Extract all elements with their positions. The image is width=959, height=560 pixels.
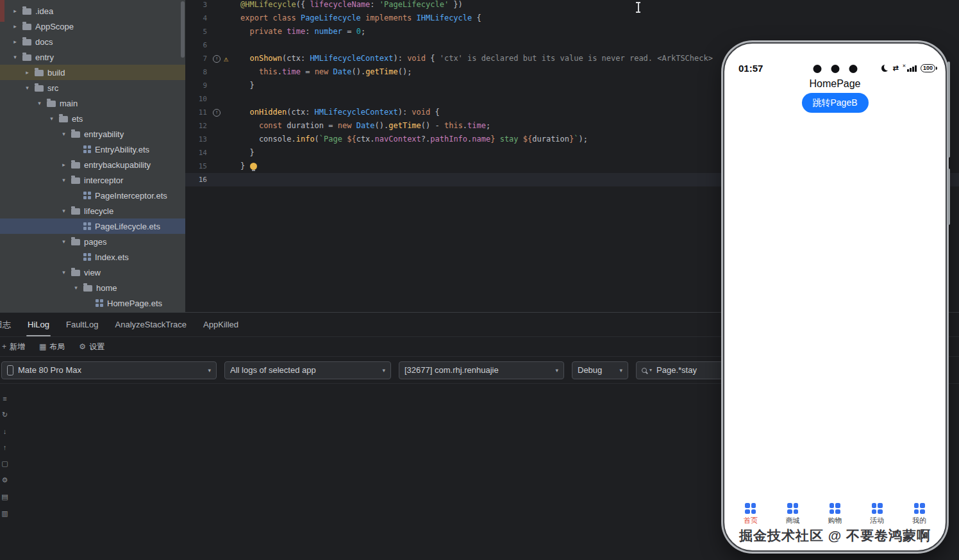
phone-tab-label: 活动 xyxy=(870,516,884,525)
override-icon[interactable]: ↑ xyxy=(213,55,221,63)
log-scope-select[interactable]: All logs of selected app▾ xyxy=(224,361,391,379)
log-filter-search[interactable]: ▾Page.*stay xyxy=(636,361,732,379)
tree-item-ets[interactable]: ▾ets xyxy=(0,111,185,126)
camera-punch-holes xyxy=(813,65,857,73)
process-select[interactable]: [32677] com.rhj.renhuajie▾ xyxy=(399,361,564,379)
tree-item-home[interactable]: ▾home xyxy=(0,280,185,295)
chevron-right-icon[interactable]: ▸ xyxy=(60,161,67,168)
tree-item-pagelifecycle-ets[interactable]: PageLifecycle.ets xyxy=(0,218,185,234)
tree-item-src[interactable]: ▾src xyxy=(0,80,185,95)
chevron-down-icon[interactable]: ▾ xyxy=(36,100,43,106)
tree-item-docs[interactable]: ▸docs xyxy=(0,34,185,49)
chevron-down-icon[interactable]: ▾ xyxy=(60,177,67,183)
tree-item-label: build xyxy=(47,68,65,78)
chevron-down-icon[interactable]: ▾ xyxy=(72,284,79,291)
tree-item-build[interactable]: ▸build xyxy=(0,65,185,80)
layout-icon[interactable]: ▥ xyxy=(1,509,8,518)
line-number[interactable]: 11 xyxy=(185,106,207,119)
tree-item--idea[interactable]: ▸.idea xyxy=(0,3,185,19)
chevron-right-icon[interactable]: ▸ xyxy=(12,23,19,29)
panel-tab-0[interactable]: 日志 xyxy=(0,319,11,331)
gutter-icons xyxy=(207,119,240,133)
panel-tab-1[interactable]: HiLog xyxy=(28,320,49,329)
line-number[interactable]: 13 xyxy=(185,133,207,146)
chevron-down-icon[interactable]: ▾ xyxy=(60,238,67,245)
tree-item-pageinterceptor-ets[interactable]: PageInterceptor.ets xyxy=(0,188,185,203)
tree-item-main[interactable]: ▾main xyxy=(0,95,185,111)
phone-tab-3[interactable]: 活动 xyxy=(870,503,884,525)
scroll-down-icon[interactable]: ↓ xyxy=(3,427,7,435)
panel-tab-4[interactable]: AppKilled xyxy=(203,320,238,329)
tool-button-1[interactable]: ▦布局 xyxy=(39,342,65,352)
code-text: } xyxy=(240,160,257,173)
tree-item-entryability-ets[interactable]: EntryAbility.ets xyxy=(0,142,185,157)
chevron-right-icon[interactable]: ▸ xyxy=(12,38,19,45)
tree-item-entrybackupability[interactable]: ▸entrybackupability xyxy=(0,157,185,172)
phone-tab-2[interactable]: 购物 xyxy=(828,503,842,525)
tree-item-entry[interactable]: ▾entry xyxy=(0,49,185,65)
line-number[interactable]: 8 xyxy=(185,65,207,79)
grid-icon xyxy=(872,503,883,514)
chevron-down-icon[interactable]: ▾ xyxy=(60,269,67,276)
code-text: } xyxy=(240,79,254,92)
tree-item-appscope[interactable]: ▸AppScope xyxy=(0,19,185,34)
override-icon[interactable]: ↑ xyxy=(213,109,221,117)
tool-button-2[interactable]: ⚙设置 xyxy=(79,342,104,352)
code-line[interactable]: 5 private time: number = 0; xyxy=(185,25,959,38)
tree-item-entryability[interactable]: ▾entryability xyxy=(0,126,185,142)
line-number[interactable]: 4 xyxy=(185,12,207,25)
phone-tab-4[interactable]: 我的 xyxy=(912,503,926,525)
code-line[interactable]: 4export class PageLifecycle implements I… xyxy=(185,12,959,25)
watermark-text: 掘金技术社区 @ 不要卷鸿蒙啊 xyxy=(724,527,946,545)
dropdown-value: Page.*stay xyxy=(656,365,726,375)
phone-tab-1[interactable]: 商城 xyxy=(786,503,800,525)
settings-icon[interactable]: ⚙ xyxy=(2,476,8,484)
panel-tab-3[interactable]: AnalyzeStackTrace xyxy=(115,320,187,329)
chevron-down-icon[interactable]: ▾ xyxy=(60,131,67,137)
gear-icon: ⚙ xyxy=(79,342,86,351)
line-number[interactable]: 12 xyxy=(185,119,207,133)
log-level-select[interactable]: Debug▾ xyxy=(572,361,628,379)
tree-item-interceptor[interactable]: ▾interceptor xyxy=(0,172,185,188)
tree-item-pages[interactable]: ▾pages xyxy=(0,234,185,249)
clear-log-icon[interactable]: ▢ xyxy=(1,459,8,468)
line-number[interactable]: 6 xyxy=(185,38,207,52)
chevron-down-icon[interactable]: ▾ xyxy=(24,85,31,91)
device-select[interactable]: Mate 80 Pro Max▾ xyxy=(1,361,217,379)
chevron-right-icon[interactable]: ▸ xyxy=(12,8,19,14)
line-number[interactable]: 9 xyxy=(185,79,207,92)
page-title: HomePage xyxy=(724,78,946,90)
tree-item-homepage-ets[interactable]: HomePage.ets xyxy=(0,295,185,311)
line-number[interactable]: 5 xyxy=(185,25,207,38)
tree-item-view[interactable]: ▾view xyxy=(0,265,185,280)
sidebar-scrollbar[interactable] xyxy=(181,1,185,58)
scroll-up-icon[interactable]: ↑ xyxy=(3,443,7,451)
line-number[interactable]: 3 xyxy=(185,0,207,12)
panel-tab-2[interactable]: FaultLog xyxy=(66,320,99,329)
grid-icon xyxy=(830,503,840,514)
chevron-down-icon[interactable]: ▾ xyxy=(60,208,67,214)
tree-item-label: entryability xyxy=(84,129,124,139)
chevron-down-icon[interactable]: ▾ xyxy=(48,115,55,122)
gutter: 10 xyxy=(185,92,240,106)
tool-button-0[interactable]: +新增 xyxy=(2,342,25,352)
rerun-icon[interactable]: ↻ xyxy=(2,411,8,419)
tree-item-lifecycle[interactable]: ▾lifecycle xyxy=(0,203,185,218)
chevron-down-icon[interactable]: ▾ xyxy=(12,54,19,60)
line-number[interactable]: 10 xyxy=(185,92,207,106)
lightbulb-icon[interactable] xyxy=(250,163,257,170)
chevron-right-icon[interactable]: ▸ xyxy=(24,69,31,76)
warning-icon[interactable]: ⚠ xyxy=(224,54,228,63)
jump-pageb-button[interactable]: 跳转PageB xyxy=(801,93,868,113)
line-number[interactable]: 14 xyxy=(185,146,207,160)
soft-wrap-icon[interactable]: ▤ xyxy=(1,493,8,501)
tree-item-index-ets[interactable]: Index.ets xyxy=(0,249,185,265)
tree-item-label: src xyxy=(47,83,58,93)
code-line[interactable]: 3@HMLifecycle({ lifecycleName: 'PageLife… xyxy=(185,0,959,12)
phone-tab-0[interactable]: 首页 xyxy=(744,503,758,525)
line-number[interactable]: 7 xyxy=(185,52,207,65)
line-number[interactable]: 16 xyxy=(185,173,207,186)
line-number[interactable]: 15 xyxy=(185,160,207,173)
code-text: onHidden(ctx: HMLifecycleContext): void … xyxy=(240,106,440,119)
filter-icon[interactable]: ≡ xyxy=(3,395,6,402)
